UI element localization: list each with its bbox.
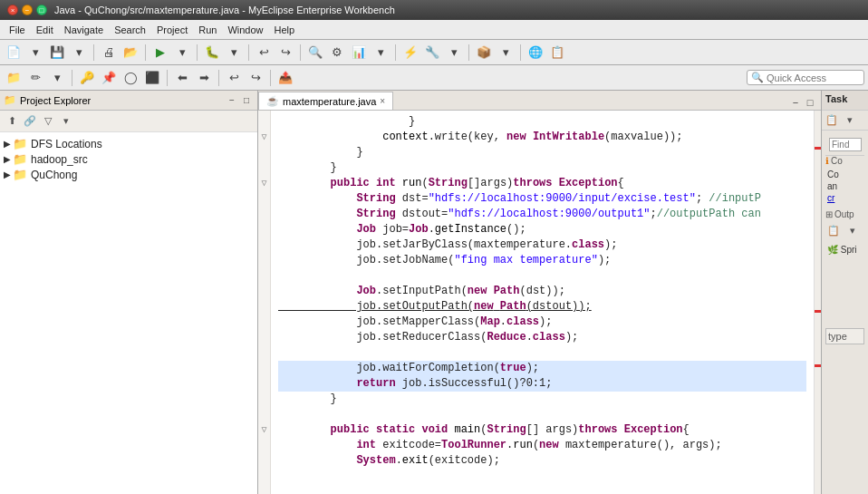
minimize-button[interactable]: − bbox=[22, 5, 33, 15]
tree-label-dfs: DFS Locations bbox=[31, 138, 102, 150]
toolbar-dropdown-6[interactable]: ▾ bbox=[444, 43, 464, 63]
undo-button[interactable]: ↩ bbox=[254, 43, 274, 63]
panel-maximize-btn[interactable]: □ bbox=[239, 93, 254, 108]
window-controls[interactable]: × − □ bbox=[7, 5, 47, 15]
toolbar2-btn-c[interactable]: 🔑 bbox=[77, 68, 97, 88]
menu-project[interactable]: Project bbox=[151, 23, 193, 37]
toolbar-btn-d[interactable]: 🔧 bbox=[422, 43, 442, 63]
toolbar2-btn-i[interactable]: ↩ bbox=[224, 68, 244, 88]
code-line-7: String dstout="hdfs://localhost:9000/out… bbox=[278, 207, 806, 222]
task-entry-type[interactable]: type bbox=[825, 328, 864, 344]
editor-tab-maxtemperature[interactable]: ☕ maxtemperature.java × bbox=[258, 92, 393, 110]
tab-label: maxtemperature.java bbox=[283, 96, 376, 107]
redo-button[interactable]: ↪ bbox=[275, 43, 295, 63]
toolbar2-btn-f[interactable]: ⬛ bbox=[142, 68, 162, 88]
code-line-18: public static void main(String[] args)th… bbox=[278, 422, 806, 438]
menu-window[interactable]: Window bbox=[222, 23, 268, 37]
editor-minimize-btn[interactable]: − bbox=[788, 95, 803, 110]
tab-close-btn[interactable]: × bbox=[380, 96, 385, 106]
toolbar2-btn-b[interactable]: ✏ bbox=[25, 68, 45, 88]
project-explorer-panel: 📁 Project Explorer − □ ⬆ 🔗 ▽ ▾ ▶ 📁 DFS L… bbox=[0, 91, 258, 494]
find-input[interactable] bbox=[829, 138, 862, 151]
code-line-1: } bbox=[278, 114, 806, 130]
close-button[interactable]: × bbox=[7, 5, 18, 15]
menu-navigate[interactable]: Navigate bbox=[59, 23, 109, 37]
quick-access-bar[interactable]: 🔍 bbox=[747, 70, 864, 85]
menu-file[interactable]: File bbox=[4, 23, 31, 37]
tasks-out-btn-b[interactable]: ▾ bbox=[844, 222, 861, 238]
menu-run[interactable]: Run bbox=[193, 23, 222, 37]
gutter-collapse-3[interactable]: ▽ bbox=[260, 422, 269, 438]
gutter-5 bbox=[260, 207, 269, 222]
toolbar2-btn-k[interactable]: 📤 bbox=[275, 68, 295, 88]
panel-minimize-btn[interactable]: − bbox=[225, 93, 239, 108]
sep-1 bbox=[93, 44, 94, 61]
gutter-19 bbox=[260, 438, 269, 453]
code-line-9: job.setJarByClass(maxtemperature.class); bbox=[278, 237, 806, 253]
sep-2 bbox=[145, 44, 146, 61]
tasks-section-out-header[interactable]: ⊞ Outp bbox=[825, 209, 864, 219]
maximize-button[interactable]: □ bbox=[36, 5, 47, 15]
save-button[interactable]: 💾 bbox=[47, 43, 67, 63]
toolbar-btn-e[interactable]: 📦 bbox=[474, 43, 494, 63]
toolbar2-btn-a[interactable]: 📁 bbox=[4, 68, 24, 88]
toolbar2-dropdown[interactable]: ▾ bbox=[47, 68, 67, 88]
tree-item-quchong[interactable]: ▶ 📁 QuChong bbox=[0, 167, 257, 182]
more-btn[interactable]: ▾ bbox=[58, 113, 74, 130]
link-editor-btn[interactable]: 🔗 bbox=[22, 113, 38, 130]
sep2-1 bbox=[72, 70, 72, 86]
code-line-8: Job job=Job.getInstance(); bbox=[278, 222, 806, 237]
toolbar2-btn-e[interactable]: ◯ bbox=[121, 68, 140, 88]
filter-btn[interactable]: ▽ bbox=[40, 113, 56, 130]
quick-access-input[interactable] bbox=[767, 73, 860, 83]
toolbar2-btn-j[interactable]: ↪ bbox=[246, 68, 265, 88]
gutter-collapse-2[interactable]: ▽ bbox=[260, 176, 269, 191]
gutter-13 bbox=[260, 330, 269, 345]
code-content[interactable]: } context.write(key, new IntWritable(max… bbox=[271, 111, 814, 494]
tree-item-dfs[interactable]: ▶ 📁 DFS Locations bbox=[0, 136, 257, 151]
code-line-6: String dst="hdfs://localhost:9000/input/… bbox=[278, 191, 806, 207]
debug-button[interactable]: 🐛 bbox=[202, 43, 222, 63]
collapse-all-btn[interactable]: ⬆ bbox=[4, 113, 20, 130]
tasks-btn-a[interactable]: 📋 bbox=[824, 112, 840, 129]
toolbar2-btn-d[interactable]: 📌 bbox=[99, 68, 119, 88]
toolbar-btn-b[interactable]: 📊 bbox=[349, 43, 369, 63]
print-button[interactable]: 🖨 bbox=[99, 43, 119, 63]
menu-help[interactable]: Help bbox=[269, 23, 301, 37]
toolbar-dropdown-7[interactable]: ▾ bbox=[496, 43, 516, 63]
tree-item-hadoop[interactable]: ▶ 📁 hadoop_src bbox=[0, 151, 257, 167]
menu-bar: File Edit Navigate Search Project Run Wi… bbox=[0, 20, 868, 40]
new-button[interactable]: 📄 bbox=[4, 43, 24, 63]
toolbar-btn-a[interactable]: ⚙ bbox=[327, 43, 347, 63]
toolbar-btn-g[interactable]: 📋 bbox=[547, 43, 567, 63]
gutter-4 bbox=[260, 191, 269, 207]
code-area[interactable]: ▽ ▽ ▽ bbox=[258, 111, 821, 494]
menu-search[interactable]: Search bbox=[109, 23, 151, 37]
tasks-section-co-header[interactable]: ℹ Co bbox=[825, 156, 864, 166]
gutter-16 bbox=[260, 376, 269, 392]
code-line-blank-1 bbox=[278, 268, 806, 284]
project-explorer-toolbar: ⬆ 🔗 ▽ ▾ bbox=[0, 111, 257, 132]
code-line-20: System.exit(exitcode); bbox=[278, 453, 806, 469]
toolbar-btn-c[interactable]: ⚡ bbox=[400, 43, 420, 63]
toolbar-dropdown-5[interactable]: ▾ bbox=[371, 43, 391, 63]
search-button[interactable]: 🔍 bbox=[305, 43, 325, 63]
gutter-9 bbox=[260, 268, 269, 284]
toolbar-dropdown-1[interactable]: ▾ bbox=[25, 43, 45, 63]
gutter-collapse-1[interactable]: ▽ bbox=[260, 130, 269, 145]
toolbar-btn-f[interactable]: 🌐 bbox=[526, 43, 545, 63]
sep-7 bbox=[468, 44, 469, 61]
toolbar-dropdown-4[interactable]: ▾ bbox=[224, 43, 244, 63]
toolbar-dropdown-3[interactable]: ▾ bbox=[172, 43, 192, 63]
tasks-btn-chevron[interactable]: ▾ bbox=[842, 112, 858, 129]
editor-maximize-btn[interactable]: □ bbox=[803, 95, 817, 110]
toolbar2-btn-h[interactable]: ➡ bbox=[194, 68, 214, 88]
code-line-15: job.waitForCompletion(true); bbox=[278, 361, 806, 376]
task-entry-cr[interactable]: cr bbox=[825, 192, 864, 204]
open-button[interactable]: 📂 bbox=[121, 43, 140, 63]
toolbar-dropdown-2[interactable]: ▾ bbox=[69, 43, 89, 63]
toolbar2-btn-g[interactable]: ⬅ bbox=[172, 68, 192, 88]
menu-edit[interactable]: Edit bbox=[31, 23, 59, 37]
tasks-out-btn-a[interactable]: 📋 bbox=[825, 222, 842, 238]
run-button[interactable]: ▶ bbox=[150, 43, 170, 63]
